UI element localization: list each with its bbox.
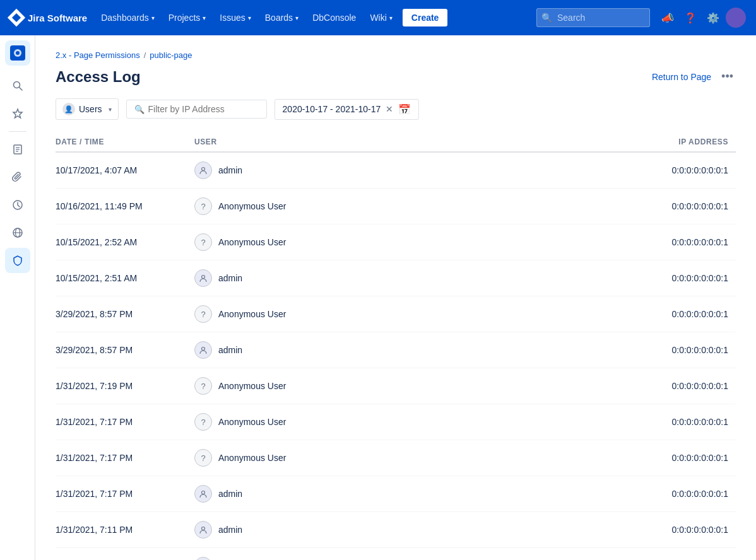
cell-ip: 0:0:0:0:0:0:0:1: [524, 368, 736, 404]
column-user: User: [194, 132, 524, 152]
chevron-down-icon: ▾: [248, 15, 251, 21]
svg-point-15: [202, 276, 205, 279]
table-row: 1/31/2021, 7:11 PMadmin0:0:0:0:0:0:0:1: [56, 512, 736, 548]
user-name: Anonymous User: [218, 309, 286, 319]
sidebar-item-security[interactable]: [5, 248, 30, 273]
cell-ip: 0:0:0:0:0:0:0:1: [524, 440, 736, 476]
table-row: 3/29/2021, 8:57 PMadmin0:0:0:0:0:0:0:1: [56, 332, 736, 368]
cell-datetime: 10/17/2021, 4:07 AM: [56, 152, 194, 189]
cell-datetime: 10/16/2021, 11:49 PM: [56, 189, 194, 225]
table-body: 10/17/2021, 4:07 AMadmin0:0:0:0:0:0:0:11…: [56, 152, 736, 560]
table-row: 1/31/2021, 7:05 PMadmin0:0:0:0:0:0:0:1: [56, 548, 736, 561]
calendar-icon[interactable]: 📅: [398, 103, 411, 115]
access-log-table-container: Date / Time User IP Address 10/17/2021, …: [56, 132, 736, 560]
table-row: 3/29/2021, 8:57 PM?Anonymous User0:0:0:0…: [56, 296, 736, 332]
svg-point-14: [202, 168, 205, 171]
create-button[interactable]: Create: [403, 9, 448, 26]
sidebar-item-attachments[interactable]: [5, 165, 30, 190]
cell-user: admin: [194, 260, 524, 296]
search-input[interactable]: [536, 8, 650, 27]
breadcrumb-public-page[interactable]: public-page: [150, 50, 192, 60]
menu-boards[interactable]: Boards ▾: [259, 9, 305, 26]
filter-search-icon: 🔍: [134, 105, 145, 114]
cell-ip: 0:0:0:0:0:0:0:1: [524, 189, 736, 225]
cell-user: admin: [194, 152, 524, 189]
settings-button[interactable]: ⚙️: [703, 8, 723, 28]
breadcrumb: 2.x - Page Permissions / public-page: [56, 50, 736, 60]
user-name: admin: [218, 165, 242, 175]
menu-dashboards[interactable]: Dashboards ▾: [95, 9, 161, 26]
cell-datetime: 1/31/2021, 7:17 PM: [56, 440, 194, 476]
page-header: Access Log Return to Page •••: [56, 67, 736, 86]
menu-wiki[interactable]: Wiki ▾: [363, 9, 398, 26]
top-menu: Dashboards ▾ Projects ▾ Issues ▾ Boards …: [95, 9, 447, 26]
chevron-down-icon: ▾: [203, 15, 206, 21]
cell-datetime: 1/31/2021, 7:05 PM: [56, 548, 194, 561]
date-range-filter[interactable]: 2020-10-17 - 2021-10-17 ✕ 📅: [275, 99, 420, 120]
user-name: admin: [218, 489, 242, 499]
cell-user: ?Anonymous User: [194, 296, 524, 332]
menu-dbconsole[interactable]: DbConsole: [306, 9, 362, 26]
chevron-down-icon: ▾: [109, 106, 112, 113]
cell-ip: 0:0:0:0:0:0:0:1: [524, 152, 736, 189]
breadcrumb-page-permissions[interactable]: 2.x - Page Permissions: [56, 50, 140, 60]
top-navigation: Jira Software Dashboards ▾ Projects ▾ Is…: [0, 0, 756, 35]
topnav-icons: 📣 ❓ ⚙️: [658, 8, 746, 28]
user-filter-dropdown[interactable]: 👤 Users ▾: [56, 98, 119, 120]
menu-issues[interactable]: Issues ▾: [213, 9, 257, 26]
ip-filter-input[interactable]: [148, 104, 259, 114]
user-filter-label: Users: [79, 104, 102, 114]
sidebar-item-search[interactable]: [5, 73, 30, 98]
return-to-page-link[interactable]: Return to Page: [652, 72, 711, 82]
svg-line-4: [19, 88, 22, 91]
cell-user: ?Anonymous User: [194, 189, 524, 225]
user-avatar-icon: [194, 521, 212, 539]
cell-user: admin: [194, 548, 524, 561]
user-avatar-icon: ?: [194, 305, 212, 323]
cell-datetime: 1/31/2021, 7:19 PM: [56, 368, 194, 404]
chevron-down-icon: ▾: [389, 15, 393, 21]
cell-ip: 0:0:0:0:0:0:0:1: [524, 225, 736, 260]
app-name: Jira Software: [28, 13, 87, 23]
user-avatar-icon: [194, 485, 212, 503]
cell-datetime: 3/29/2021, 8:57 PM: [56, 296, 194, 332]
date-clear-button[interactable]: ✕: [386, 104, 393, 114]
user-name: Anonymous User: [218, 201, 286, 211]
cell-ip: 0:0:0:0:0:0:0:1: [524, 332, 736, 368]
sidebar-app-icon[interactable]: [5, 40, 30, 66]
sidebar-item-pages[interactable]: [5, 137, 30, 162]
cell-datetime: 1/31/2021, 7:17 PM: [56, 404, 194, 440]
table-row: 1/31/2021, 7:17 PMadmin0:0:0:0:0:0:0:1: [56, 476, 736, 512]
svg-point-16: [202, 347, 205, 351]
search-wrap: 🔍: [536, 8, 650, 27]
sidebar-item-starred[interactable]: [5, 101, 30, 126]
help-button[interactable]: ❓: [680, 8, 700, 28]
chevron-down-icon: ▾: [151, 15, 155, 21]
table-header: Date / Time User IP Address: [56, 132, 736, 152]
table-row: 10/15/2021, 2:52 AM?Anonymous User0:0:0:…: [56, 225, 736, 260]
sidebar-item-recent[interactable]: [5, 192, 30, 218]
chevron-down-icon: ▾: [295, 15, 298, 21]
menu-projects[interactable]: Projects ▾: [162, 9, 213, 26]
cell-ip: 0:0:0:0:0:0:0:1: [524, 476, 736, 512]
user-name: admin: [218, 525, 242, 535]
more-options-button[interactable]: •••: [719, 67, 736, 86]
user-name: Anonymous User: [218, 453, 286, 463]
notifications-button[interactable]: 📣: [658, 8, 678, 28]
svg-point-18: [202, 527, 205, 530]
cell-datetime: 10/15/2021, 2:52 AM: [56, 225, 194, 260]
table-row: 1/31/2021, 7:17 PM?Anonymous User0:0:0:0…: [56, 404, 736, 440]
table-row: 10/17/2021, 4:07 AMadmin0:0:0:0:0:0:0:1: [56, 152, 736, 189]
main-content: 2.x - Page Permissions / public-page Acc…: [35, 35, 756, 560]
user-name: admin: [218, 273, 242, 283]
breadcrumb-separator: /: [144, 50, 146, 60]
user-avatar-icon: ?: [194, 197, 212, 215]
sidebar: [0, 35, 35, 560]
user-avatar-icon: ?: [194, 449, 212, 467]
cell-user: ?Anonymous User: [194, 440, 524, 476]
user-avatar[interactable]: [726, 8, 746, 28]
cell-user: admin: [194, 476, 524, 512]
sidebar-item-global[interactable]: [5, 220, 30, 245]
user-avatar-icon: [194, 161, 212, 179]
app-logo[interactable]: Jira Software: [10, 11, 87, 24]
